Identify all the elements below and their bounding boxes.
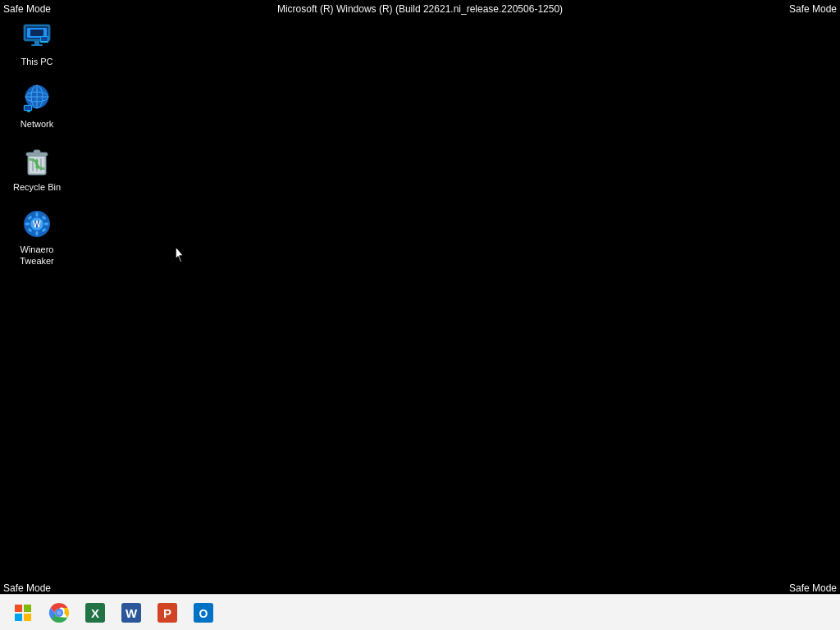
safe-mode-bottom-left: Safe Mode — [3, 582, 51, 594]
winaero-tweaker-icon[interactable]: W Winaero Tweaker — [4, 204, 70, 271]
svg-rect-28 — [25, 222, 30, 225]
safe-mode-bottom-right: Safe Mode — [789, 582, 837, 594]
svg-text:O: O — [199, 607, 208, 620]
safe-mode-top-right: Safe Mode — [789, 3, 837, 15]
winaero-tweaker-label: Winaero Tweaker — [7, 244, 66, 267]
outlook-button[interactable]: O — [187, 598, 220, 628]
svg-rect-35 — [15, 605, 22, 612]
windows-title: Microsoft (R) Windows (R) (Build 22621.n… — [277, 3, 563, 15]
recycle-bin-icon-img — [21, 145, 53, 178]
svg-rect-15 — [27, 111, 30, 112]
svg-point-42 — [57, 610, 62, 615]
svg-rect-19 — [34, 150, 40, 153]
network-icon[interactable]: Network — [4, 79, 70, 133]
svg-rect-29 — [44, 222, 48, 225]
svg-rect-14 — [25, 106, 31, 110]
start-button[interactable] — [7, 598, 39, 628]
chrome-button[interactable] — [43, 598, 75, 628]
safe-mode-top-left: Safe Mode — [3, 3, 51, 15]
this-pc-icon-img — [21, 20, 53, 52]
network-icon-img — [21, 82, 53, 115]
svg-rect-36 — [24, 605, 31, 612]
svg-text:W: W — [33, 220, 41, 229]
recycle-bin-label: Recycle Bin — [13, 181, 61, 193]
svg-rect-5 — [31, 44, 43, 46]
svg-rect-37 — [15, 614, 22, 621]
svg-rect-4 — [34, 41, 39, 44]
svg-text:P: P — [163, 606, 171, 620]
svg-text:X: X — [91, 606, 99, 620]
network-label: Network — [21, 118, 53, 130]
powerpoint-button[interactable]: P — [151, 598, 184, 628]
recycle-bin-icon[interactable]: Recycle Bin — [4, 142, 70, 196]
svg-rect-3 — [30, 30, 43, 36]
svg-text:W: W — [126, 606, 138, 620]
winaero-tweaker-icon-img: W — [21, 208, 53, 240]
mouse-cursor — [172, 244, 189, 264]
this-pc-icon[interactable]: This PC — [4, 16, 70, 71]
this-pc-label: This PC — [21, 56, 52, 67]
svg-rect-26 — [36, 212, 39, 217]
desktop-icons-container: This PC Network — [4, 16, 70, 270]
taskbar: X W P O — [0, 594, 840, 630]
word-button[interactable]: W — [115, 598, 148, 628]
excel-button[interactable]: X — [79, 598, 112, 628]
svg-rect-27 — [36, 231, 39, 235]
svg-rect-7 — [41, 37, 48, 41]
svg-rect-38 — [24, 614, 31, 621]
